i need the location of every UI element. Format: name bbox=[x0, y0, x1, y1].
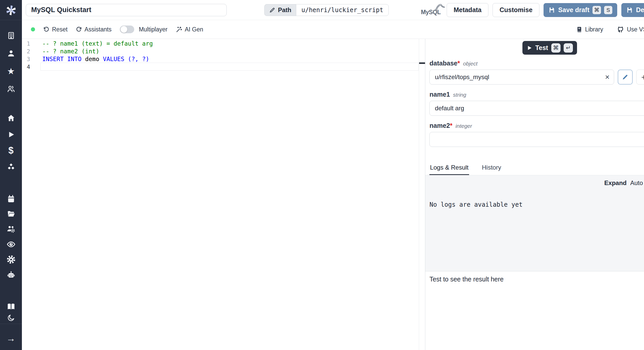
save-icon bbox=[626, 7, 633, 13]
line-number: 1 bbox=[22, 40, 30, 47]
code-text: INSERT INTO demo VALUES (?, ?) bbox=[30, 56, 149, 62]
user-icon[interactable] bbox=[5, 48, 17, 59]
name1-input[interactable] bbox=[429, 101, 644, 116]
auto-scroll-label[interactable]: Auto scroll bbox=[630, 179, 644, 187]
save-draft-label: Save draft bbox=[558, 6, 589, 14]
pencil-icon bbox=[269, 7, 275, 13]
code-text: -- ? name2 (int) bbox=[30, 48, 99, 55]
github-icon bbox=[617, 26, 624, 33]
use-vscode-button[interactable]: Use VScode bbox=[617, 26, 644, 33]
sidebar-divider bbox=[0, 324, 22, 324]
required-asterisk: * bbox=[457, 60, 460, 67]
kbd-enter: ↵ bbox=[564, 43, 573, 53]
robot-icon[interactable] bbox=[5, 270, 17, 280]
arrow-right-icon[interactable]: → bbox=[5, 333, 17, 344]
editor-overview-ruler[interactable] bbox=[419, 39, 425, 350]
sql-keyword: INSERT INTO bbox=[42, 56, 81, 62]
multiplayer-label: Multiplayer bbox=[139, 26, 167, 33]
code-line: 3 INSERT INTO demo VALUES (?, ?) bbox=[22, 55, 425, 63]
save-icon bbox=[548, 7, 555, 13]
sidebar: ★ $ bbox=[0, 0, 22, 350]
kbd-cmd: ⌘ bbox=[551, 43, 561, 53]
script-title-input[interactable] bbox=[26, 4, 227, 16]
play-icon[interactable] bbox=[5, 129, 17, 140]
windmill-logo-icon[interactable] bbox=[5, 4, 17, 16]
cubes-icon[interactable] bbox=[5, 162, 17, 172]
line-number: 2 bbox=[22, 48, 30, 55]
star-icon[interactable]: ★ bbox=[5, 66, 17, 76]
required-asterisk: * bbox=[450, 122, 453, 129]
path-button-label: Path bbox=[278, 6, 291, 14]
field-name: name1 bbox=[429, 91, 450, 98]
deploy-button[interactable]: Deploy bbox=[621, 3, 644, 17]
sql-params: (?, ?) bbox=[124, 56, 149, 62]
tab-logs-result[interactable]: Logs & Result bbox=[429, 161, 469, 175]
topbar: Path u/henri/luckier_script MySQL Metada… bbox=[22, 0, 644, 20]
required-error: Required bbox=[429, 148, 644, 155]
add-resource-button[interactable]: + bbox=[636, 70, 644, 85]
multiplayer-toggle[interactable] bbox=[120, 26, 134, 33]
multiplayer-toggle-group: Multiplayer bbox=[120, 26, 167, 33]
reset-button[interactable]: Reset bbox=[43, 26, 67, 33]
assistants-label: Assistants bbox=[84, 26, 112, 33]
script-path-value[interactable]: u/henri/luckier_script bbox=[296, 4, 389, 16]
sidebar-divider bbox=[0, 20, 22, 20]
expand-button[interactable]: Expand bbox=[604, 179, 627, 187]
name2-input[interactable] bbox=[429, 132, 644, 147]
clear-icon[interactable]: × bbox=[605, 73, 610, 81]
assistants-button[interactable]: Assistants bbox=[76, 26, 112, 33]
gear-icon[interactable] bbox=[5, 254, 17, 265]
user-group-icon[interactable] bbox=[5, 84, 17, 94]
line-number: 3 bbox=[22, 56, 30, 62]
user-group-gear-icon[interactable] bbox=[5, 224, 17, 234]
save-draft-button[interactable]: Save draft ⌘ S bbox=[544, 3, 617, 17]
cursor-overview-mark bbox=[419, 62, 425, 64]
logs-panel: Expand Auto scroll ✓ No logs are availab… bbox=[425, 175, 644, 271]
mysql-language-logo: MySQL bbox=[421, 3, 447, 17]
field-label-row: database* object bbox=[429, 60, 644, 67]
mysql-logo-text: MySQL bbox=[421, 9, 441, 16]
sql-keyword: VALUES bbox=[103, 56, 124, 62]
field-type: string bbox=[453, 92, 466, 98]
ai-gen-label: AI Gen bbox=[185, 26, 203, 33]
kbd-cmd: ⌘ bbox=[592, 6, 601, 14]
editor-toolbar: Reset Assistants Multiplayer bbox=[22, 20, 644, 39]
book-open-icon[interactable] bbox=[5, 302, 17, 312]
plus-icon: + bbox=[641, 73, 644, 81]
code-text: -- ? name1 (text) = default arg bbox=[30, 40, 153, 47]
dollar-icon[interactable]: $ bbox=[5, 145, 17, 156]
test-button-label: Test bbox=[535, 44, 548, 52]
app-window: ★ $ bbox=[0, 0, 644, 350]
field-type: object bbox=[463, 61, 477, 67]
pencil-icon bbox=[622, 73, 629, 81]
ai-gen-button[interactable]: AI Gen bbox=[176, 26, 203, 33]
moon-icon[interactable] bbox=[5, 313, 17, 323]
calendar-icon[interactable] bbox=[5, 194, 17, 204]
tab-history[interactable]: History bbox=[481, 161, 502, 175]
customise-button[interactable]: Customise bbox=[493, 3, 539, 17]
kbd-s: S bbox=[604, 6, 612, 14]
metadata-button[interactable]: Metadata bbox=[447, 3, 488, 17]
home-icon[interactable] bbox=[5, 113, 17, 123]
script-args-form: database* object × bbox=[425, 57, 644, 155]
test-button[interactable]: Test ⌘ ↵ bbox=[522, 41, 577, 55]
path-button[interactable]: Path bbox=[264, 4, 296, 16]
customise-button-label: Customise bbox=[499, 6, 532, 14]
result-panel: Test to see the result here bbox=[425, 271, 644, 350]
database-input[interactable] bbox=[429, 70, 614, 85]
code-line: 4 bbox=[22, 63, 425, 71]
logs-controls: Expand Auto scroll ✓ bbox=[604, 179, 644, 187]
code-editor[interactable]: 1 -- ? name1 (text) = default arg 2 -- ?… bbox=[22, 39, 425, 350]
library-button[interactable]: Library bbox=[576, 26, 603, 33]
building-icon[interactable] bbox=[5, 30, 17, 41]
edit-resource-button[interactable] bbox=[618, 70, 633, 85]
sql-identifier: demo bbox=[81, 56, 103, 62]
folder-open-icon[interactable] bbox=[5, 209, 17, 219]
line-number: 4 bbox=[22, 64, 30, 70]
toolbar-right: Library Use VScode bbox=[576, 26, 644, 33]
eye-icon[interactable] bbox=[5, 239, 17, 249]
refresh-cw-icon bbox=[76, 26, 82, 32]
topbar-actions: Metadata Customise Save draft ⌘ S bbox=[447, 3, 644, 17]
field-label-row: name1 string bbox=[429, 91, 644, 98]
test-button-row: Test ⌘ ↵ bbox=[425, 39, 644, 57]
